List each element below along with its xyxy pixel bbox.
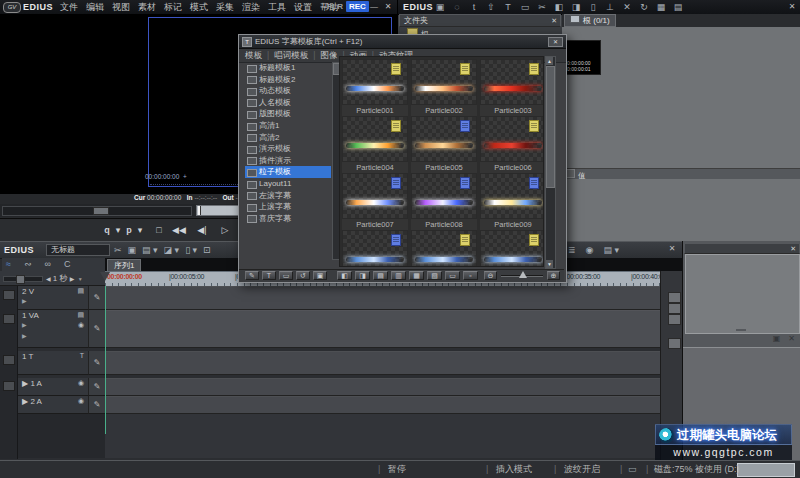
- dialog-menu-3[interactable]: 图像: [320, 50, 337, 60]
- tree-item-高清1[interactable]: 高清1: [245, 120, 331, 132]
- bin-tab-root[interactable]: 根 (0/1): [564, 14, 616, 27]
- template-item-row4-3[interactable]: [480, 230, 544, 267]
- bin-close-button[interactable]: ✕: [786, 1, 798, 13]
- track-header-1T[interactable]: 1 TT: [18, 351, 88, 375]
- menu-item-6[interactable]: 模式: [186, 0, 212, 14]
- template-item-row4-2[interactable]: [411, 230, 477, 267]
- menu-item-8[interactable]: 渲染: [238, 0, 264, 14]
- template-item-Particle004[interactable]: Particle004: [342, 116, 408, 173]
- track-group-marker-1[interactable]: [3, 290, 15, 300]
- dialog-menu-2[interactable]: 唱词模板: [274, 50, 308, 60]
- track-group-marker-3[interactable]: [3, 355, 15, 365]
- timeline-empty-area[interactable]: [105, 414, 660, 458]
- rec-button[interactable]: REC: [346, 1, 369, 12]
- template-item-row4-1[interactable]: [342, 230, 408, 267]
- folder-view-icon[interactable]: ▣: [313, 271, 327, 280]
- menu-item-10[interactable]: 设置: [290, 0, 316, 14]
- tree-item-标题模板2[interactable]: 标题模板2: [245, 74, 331, 86]
- tree-item-高清2[interactable]: 高清2: [245, 132, 331, 144]
- track-scroll-button-4[interactable]: [668, 338, 681, 349]
- dialog-menu-1[interactable]: 模板: [245, 50, 262, 60]
- track-pen-cell-2V[interactable]: ✎: [88, 286, 105, 310]
- template-item-Particle002[interactable]: Particle002: [411, 59, 477, 116]
- tree-item-版图模板[interactable]: 版图模板: [245, 108, 331, 120]
- playhead-line[interactable]: [105, 286, 106, 434]
- tree-item-喜庆字幕[interactable]: 喜庆字幕: [245, 213, 331, 225]
- reload-icon[interactable]: ↺: [296, 271, 310, 280]
- frame-view-icon[interactable]: ▫: [463, 271, 478, 280]
- template-item-Particle005[interactable]: Particle005: [411, 116, 477, 173]
- playhead-marker[interactable]: [100, 272, 110, 281]
- eye-icon[interactable]: ◉: [78, 321, 84, 329]
- rewind-button[interactable]: ◀◀: [170, 221, 188, 239]
- wide-view-icon[interactable]: ▭: [445, 271, 460, 280]
- tree-item-插件演示[interactable]: 插件演示: [245, 155, 331, 167]
- template-item-Particle009[interactable]: Particle009: [480, 173, 544, 230]
- dialog-titlebar[interactable]: T EDIUS 字幕模板库(Ctrl + F12) ✕: [239, 35, 566, 49]
- track-group-marker-2[interactable]: [3, 314, 15, 324]
- tree-item-左滚字幕[interactable]: 左滚字幕: [245, 190, 331, 202]
- expand-icon[interactable]: ▶: [22, 321, 27, 328]
- info-panel-resize-handle[interactable]: [736, 329, 746, 331]
- menu-item-4[interactable]: 素材: [134, 0, 160, 14]
- folder-panel-close-icon[interactable]: ✕: [551, 15, 557, 27]
- bin-clip-thumbnail[interactable]: 0:00:00:00 0:00:00:01: [565, 40, 601, 75]
- set-out-point-icon[interactable]: p: [124, 221, 134, 239]
- texture-view-icon[interactable]: ▧: [427, 271, 442, 280]
- track-pen-cell-1T[interactable]: ✎: [88, 351, 105, 375]
- tree-item-动态模板[interactable]: 动态模板: [245, 85, 331, 97]
- track-lane-1A[interactable]: [105, 378, 660, 396]
- previous-frame-button[interactable]: ◀|: [193, 221, 211, 239]
- thumb-view-icon[interactable]: ▦: [409, 271, 424, 280]
- tree-item-上滚字幕[interactable]: 上滚字幕: [245, 201, 331, 213]
- in-point-dropdown-icon[interactable]: ▾: [113, 221, 123, 239]
- menu-item-5[interactable]: 标记: [160, 0, 186, 14]
- edit-template-icon[interactable]: ✎: [245, 271, 259, 280]
- shuttle-handle[interactable]: [93, 207, 109, 215]
- thumbnail-zoom-slider[interactable]: [501, 275, 543, 277]
- track-scroll-button-1[interactable]: [668, 292, 681, 303]
- template-item-Particle001[interactable]: Particle001: [342, 59, 408, 116]
- tree-item-人名模板[interactable]: 人名模板: [245, 97, 331, 109]
- track-scroll-button-3[interactable]: [668, 314, 681, 325]
- play-button[interactable]: ▷: [216, 221, 234, 239]
- track-header-2A[interactable]: ▶ 2 A◉: [18, 396, 88, 414]
- tree-item-Layout11[interactable]: Layout11: [245, 178, 331, 190]
- list-view-icon[interactable]: ▤: [373, 271, 388, 280]
- track-header-1VA[interactable]: 1 VA▤▶◉▶: [18, 310, 88, 348]
- grid-scrollbar[interactable]: ▲ ▼: [545, 56, 556, 269]
- track-pen-cell-1A[interactable]: ✎: [88, 378, 105, 396]
- shuttle-slider[interactable]: [2, 206, 192, 216]
- tree-item-粒子模板[interactable]: 粒子模板: [245, 166, 331, 178]
- align-left-icon[interactable]: ◧: [337, 271, 352, 280]
- menu-item-7[interactable]: 采集: [212, 0, 238, 14]
- plr-button[interactable]: PLR: [327, 1, 343, 13]
- template-item-Particle008[interactable]: Particle008: [411, 173, 477, 230]
- track-lane-1T[interactable]: [105, 351, 660, 375]
- grid-scroll-up-icon[interactable]: ▲: [546, 57, 553, 65]
- track-lane-2V[interactable]: [105, 286, 660, 310]
- tree-item-标题模板1[interactable]: 标题模板1: [245, 62, 331, 74]
- thumbnail-zoom-handle[interactable]: [519, 271, 527, 278]
- grid-scroll-down-icon[interactable]: ▼: [546, 260, 553, 268]
- track-header-2V[interactable]: 2 V▤▶: [18, 286, 88, 310]
- menu-item-9[interactable]: 工具: [264, 0, 290, 14]
- grid-scrollbar-thumb[interactable]: [546, 66, 555, 188]
- minimize-button[interactable]: —: [368, 1, 380, 13]
- track-pen-cell-2A[interactable]: ✎: [88, 396, 105, 414]
- zoom-out-button[interactable]: ⊖: [484, 271, 497, 280]
- template-item-Particle003[interactable]: Particle003: [480, 59, 544, 116]
- speaker-icon[interactable]: ◉: [78, 397, 84, 405]
- speaker-icon[interactable]: ◉: [78, 379, 84, 387]
- clip-info-icon[interactable]: ▣: [773, 334, 781, 343]
- track-lane-1VA[interactable]: [105, 310, 660, 348]
- title-icon[interactable]: T: [80, 352, 84, 359]
- clear-info-icon[interactable]: ✕: [788, 334, 795, 343]
- new-title-icon[interactable]: T: [262, 271, 276, 280]
- rename-icon[interactable]: ▭: [279, 271, 293, 280]
- expand-icon[interactable]: ▶: [22, 297, 27, 304]
- track-header-1A[interactable]: ▶ 1 A◉: [18, 378, 88, 396]
- track-group-marker-4[interactable]: [3, 381, 15, 391]
- menu-item-2[interactable]: 编辑: [82, 0, 108, 14]
- zoom-in-button[interactable]: ⊕: [547, 271, 560, 280]
